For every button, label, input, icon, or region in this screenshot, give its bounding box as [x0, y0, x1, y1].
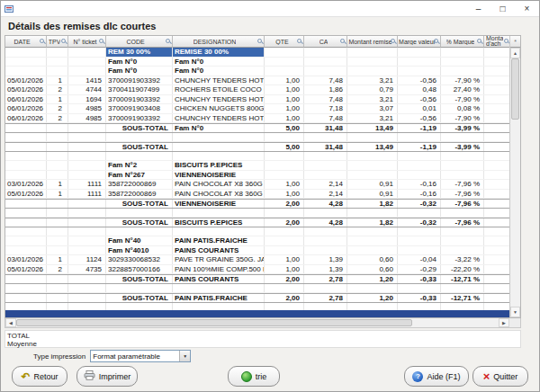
filter-icon[interactable] [99, 39, 104, 43]
quitter-button[interactable]: × Quitter [472, 366, 528, 387]
table-row[interactable]: SOUS-TOTALBISCUITS P.EPICES2,004,281,82-… [5, 218, 509, 227]
table-row[interactable]: SOUS-TOTALVIENNENOISERIE2,004,281,82-0,3… [5, 199, 509, 209]
vertical-scrollbar[interactable]: * ▲ ▼ [509, 36, 520, 317]
filter-icon[interactable] [61, 39, 66, 43]
filter-icon[interactable] [340, 39, 345, 43]
column-header-code[interactable]: CODE [106, 36, 173, 48]
filter-icon[interactable] [477, 39, 482, 43]
filter-icon[interactable] [166, 39, 170, 43]
table-row[interactable]: 06/01/2026249853700091903408CHICKEN NUGG… [5, 104, 509, 114]
cell-tpv [47, 200, 68, 208]
vertical-scroll-thumb[interactable] [511, 58, 519, 120]
retour-button[interactable]: ↶ Retour [12, 366, 68, 387]
table-row[interactable] [5, 152, 509, 162]
scroll-up-button[interactable]: ▲ [510, 48, 520, 58]
cell-ticket [68, 152, 106, 161]
cell-ticket [68, 143, 106, 151]
table-row[interactable]: SOUS-TOTAL5,0031,4813,49-1,19-3,99 % [5, 142, 509, 152]
aide-button[interactable]: ? Aide (F1) [404, 366, 469, 387]
cell-ticket [68, 67, 106, 76]
cell-ca: 31,48 [304, 124, 347, 132]
cell-marque [441, 152, 484, 161]
table-row[interactable]: 06/01/2026249853700091903392CHUNCHY TEND… [5, 114, 509, 124]
chevron-down-icon[interactable]: ▼ [179, 351, 190, 361]
table-row[interactable] [5, 209, 509, 218]
table-row[interactable]: 05/01/2026247443700411907499ROCHERS ETOI… [5, 85, 509, 95]
imprimer-button[interactable]: Imprimer [76, 366, 138, 387]
print-format-select[interactable]: Format paramétrable ▼ [90, 350, 191, 362]
table-row[interactable]: 05/01/2026114153700091903392CHUNCHY TEND… [5, 76, 509, 86]
table-row[interactable] [5, 284, 509, 294]
table-row[interactable]: Fam N°2BISCUITS P.EPICES [5, 161, 509, 171]
grid-options-button[interactable]: * [510, 36, 520, 48]
scroll-right-button[interactable]: ▶ [499, 318, 509, 327]
scroll-left-button[interactable]: ◀ [5, 318, 16, 327]
table-row[interactable]: 05/01/2026247353228857000166PAIN 100%MIE… [5, 265, 509, 275]
cell-designation: Fam N°0 [173, 124, 265, 132]
column-header-ca[interactable]: CA [304, 36, 347, 48]
maximize-button[interactable]: □ [490, 1, 515, 16]
cell-qte [265, 284, 304, 293]
table-row[interactable]: SOUS-TOTALFam N°05,0031,4813,49-1,19-3,9… [5, 123, 509, 133]
table-row[interactable]: Fam N°0Fam N°0 [5, 58, 509, 67]
table-row[interactable]: SOUS-TOTALPAIN PATIS.FRAICHE2,002,781,20… [5, 293, 509, 303]
cell-designation [173, 227, 265, 236]
filter-icon[interactable] [434, 39, 438, 43]
table-row[interactable]: 06/01/2026116943700091903392CHUNCHY TEND… [5, 95, 509, 105]
cell-remise [347, 246, 398, 255]
column-header-date[interactable]: DATE [5, 36, 47, 48]
cell-marque: -22,20 % [441, 265, 484, 274]
table-row[interactable]: SOUS-TOTALPAINS COURANTS2,002,781,20-0,3… [5, 274, 509, 284]
column-header-marge[interactable]: Marge valeur [398, 36, 441, 48]
table-row[interactable]: REM 30 00%REMISE 30 00% [5, 48, 509, 58]
cell-tpv [47, 218, 68, 227]
filter-icon[interactable] [257, 39, 262, 43]
column-header-remise[interactable]: Montant remise [347, 36, 398, 48]
table-row[interactable]: 05/01/202611111358722000869PAIN CHOCOLAT… [5, 190, 509, 200]
cell-ca [304, 171, 347, 180]
cell-tpv [47, 284, 68, 293]
column-header-qte[interactable]: QTE [265, 36, 304, 48]
cell-marge: -0,32 [398, 218, 441, 227]
cell-remise: 13,49 [347, 143, 398, 151]
table-row[interactable]: Fam N°4010PAINS COURANTS [5, 246, 509, 256]
selected-row-partial[interactable] [5, 310, 509, 317]
app-icon[interactable] [4, 4, 14, 13]
cell-ticket [68, 209, 106, 218]
cell-ticket: 4744 [68, 85, 106, 94]
horizontal-scroll-thumb[interactable] [16, 319, 412, 326]
table-row[interactable]: Fam N°0Fam N°0 [5, 67, 509, 76]
table-row[interactable]: 03/01/202611111358722000869PAIN CHOCOLAT… [5, 180, 509, 190]
table-row[interactable] [5, 133, 509, 143]
table-row[interactable]: Fam N°267VIENNENOISERIE [5, 171, 509, 181]
vertical-scroll-track[interactable] [510, 58, 520, 307]
column-header-label: Montant remise [348, 39, 392, 45]
trie-button[interactable]: trie [228, 366, 280, 387]
filter-icon[interactable] [391, 39, 395, 43]
cell-qte [265, 209, 304, 218]
column-header-designation[interactable]: DESIGNATION [173, 36, 265, 48]
close-button[interactable]: × [515, 1, 539, 16]
horizontal-scroll-track[interactable] [16, 318, 499, 327]
minimize-button[interactable]: – [466, 1, 490, 16]
scroll-down-button[interactable]: ▼ [510, 307, 520, 317]
filter-icon[interactable] [297, 39, 302, 43]
filter-icon[interactable] [40, 39, 44, 43]
cell-marge [398, 152, 441, 161]
cell-code: Fam N°0 [106, 67, 173, 76]
table-row[interactable] [5, 303, 509, 311]
table-row[interactable]: 03/01/2026111243029330068532PAVE TR GRAI… [5, 255, 509, 265]
column-header-tpv[interactable]: TPV [47, 36, 68, 48]
column-header-ticket[interactable]: N° ticket [68, 36, 106, 48]
column-header-achat[interactable]: Montant d'ach [484, 36, 509, 48]
horizontal-scrollbar[interactable]: ◀ ▶ [4, 318, 521, 328]
scrollbar-corner [509, 318, 520, 327]
quitter-button-label: Quitter [493, 372, 518, 381]
cell-marge: -0,33 [398, 275, 441, 283]
table-row[interactable] [5, 227, 509, 237]
filter-icon[interactable] [504, 39, 508, 43]
column-header-marque[interactable]: % Marque [441, 36, 484, 48]
table-row[interactable]: Fam N°40PAIN PATIS.FRAICHE [5, 236, 509, 246]
cell-marge [398, 67, 441, 76]
title-bar: – □ × [1, 1, 539, 17]
